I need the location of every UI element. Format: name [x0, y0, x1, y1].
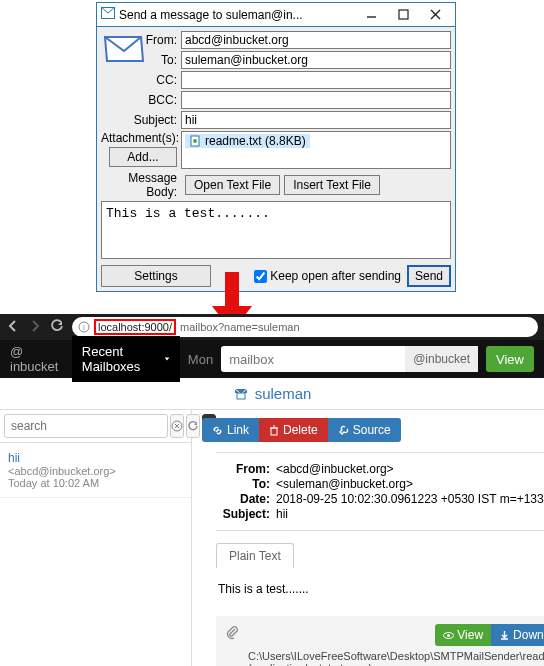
- to-field[interactable]: [181, 51, 451, 69]
- svg-text:i: i: [83, 323, 85, 332]
- url-path: mailbox?name=suleman: [180, 321, 300, 333]
- hdr-date-v: 2018-09-25 10:02:30.0961223 +0530 IST m=…: [276, 492, 544, 506]
- maximize-button[interactable]: [387, 5, 419, 25]
- bcc-label: BCC:: [101, 93, 181, 107]
- msg-time: Today at 10:02 AM: [8, 477, 183, 489]
- envelope-icon: [103, 33, 145, 65]
- att-download-button[interactable]: Download: [491, 624, 544, 646]
- compose-window: Send a message to suleman@in... From: To…: [96, 2, 456, 292]
- keep-open-input[interactable]: [254, 270, 267, 283]
- info-icon: i: [78, 321, 90, 333]
- hdr-to-v: <suleman@inbucket.org>: [276, 477, 544, 491]
- hdr-date-k: Date:: [216, 492, 276, 506]
- url-host: localhost:9000/: [94, 319, 176, 335]
- from-field[interactable]: [181, 31, 451, 49]
- insert-file-button[interactable]: Insert Text File: [284, 175, 380, 195]
- content: Link Delete Source From:<abcd@inbucket.o…: [192, 410, 544, 666]
- settings-button[interactable]: Settings: [101, 265, 211, 287]
- trash2-icon: [269, 425, 279, 436]
- add-button[interactable]: Add...: [109, 147, 177, 167]
- link-icon: [212, 425, 223, 436]
- sidebar: hii <abcd@inbucket.org> Today at 10:02 A…: [0, 410, 192, 666]
- attachment-name: readme.txt (8.8KB): [205, 134, 306, 148]
- mailbox-name: suleman: [255, 385, 312, 402]
- navbar: @ inbucket Recent Mailboxes Mon @inbucke…: [0, 340, 544, 378]
- delete-button[interactable]: Delete: [259, 418, 328, 442]
- hdr-to-k: To:: [216, 477, 276, 491]
- brand[interactable]: @ inbucket: [10, 344, 60, 374]
- forward-icon[interactable]: [28, 319, 42, 336]
- body-text: This is a test.......: [202, 568, 544, 610]
- link-button[interactable]: Link: [202, 418, 259, 442]
- body-textarea[interactable]: This is a test.......: [101, 201, 451, 259]
- paperclip-icon: [224, 624, 240, 643]
- message-item[interactable]: hii <abcd@inbucket.org> Today at 10:02 A…: [0, 443, 191, 498]
- att-path: C:\Users\ILoveFreeSoftware\Desktop\SMTPM…: [248, 650, 544, 666]
- send-button[interactable]: Send: [407, 265, 451, 287]
- titlebar[interactable]: Send a message to suleman@in...: [97, 3, 455, 27]
- bcc-field[interactable]: [181, 91, 451, 109]
- view-button[interactable]: View: [486, 346, 534, 372]
- mailbox-icon: [233, 386, 249, 402]
- subject-field[interactable]: [181, 111, 451, 129]
- tab-plaintext[interactable]: Plain Text: [216, 543, 294, 568]
- headers: From:<abcd@inbucket.org> To:<suleman@inb…: [216, 452, 544, 531]
- svg-rect-1: [399, 10, 408, 19]
- svg-rect-5: [225, 272, 239, 306]
- from-label: From:: [141, 33, 181, 47]
- file-icon: [189, 135, 201, 147]
- mailbox-header: suleman: [0, 378, 544, 410]
- hdr-subj-k: Subject:: [216, 507, 276, 521]
- domain-label: @inbucket: [405, 346, 478, 372]
- svg-point-15: [447, 634, 450, 637]
- attachment-item[interactable]: readme.txt (8.8KB): [185, 134, 310, 148]
- reload-icon[interactable]: [50, 319, 64, 336]
- back-icon[interactable]: [6, 319, 20, 336]
- cc-field[interactable]: [181, 71, 451, 89]
- att-view-button[interactable]: View: [435, 624, 491, 646]
- source-button[interactable]: Source: [328, 418, 401, 442]
- minimize-button[interactable]: [355, 5, 387, 25]
- wrench-icon: [338, 425, 349, 436]
- browser-window: i localhost:9000/mailbox?name=suleman @ …: [0, 314, 544, 666]
- msg-from: <abcd@inbucket.org>: [8, 465, 183, 477]
- search-input[interactable]: [4, 414, 168, 438]
- to-label: To:: [141, 53, 181, 67]
- eye-icon: [443, 630, 454, 641]
- hdr-from-v: <abcd@inbucket.org>: [276, 462, 544, 476]
- mail-icon: [101, 7, 115, 22]
- recent-dropdown[interactable]: Recent Mailboxes: [72, 336, 180, 382]
- nav-link-mon[interactable]: Mon: [188, 352, 213, 367]
- hdr-subj-v: hii: [276, 507, 544, 521]
- clear-icon[interactable]: [170, 414, 184, 438]
- cc-label: CC:: [101, 73, 181, 87]
- download-icon: [499, 630, 510, 641]
- hdr-from-k: From:: [216, 462, 276, 476]
- attachment-panel: View Download C:\Users\ILoveFreeSoftware…: [216, 616, 544, 666]
- caret-down-icon: [164, 355, 170, 363]
- subject-label: Subject:: [101, 113, 181, 127]
- mailbox-input[interactable]: [221, 346, 405, 372]
- body-label: Message Body:: [101, 171, 181, 199]
- svg-rect-13: [271, 428, 277, 435]
- attachment-list[interactable]: readme.txt (8.8KB): [181, 131, 451, 169]
- msg-subject: hii: [8, 451, 183, 465]
- keep-open-checkbox[interactable]: Keep open after sending: [254, 269, 401, 283]
- svg-point-4: [193, 139, 197, 143]
- window-title: Send a message to suleman@in...: [119, 8, 355, 22]
- open-file-button[interactable]: Open Text File: [185, 175, 280, 195]
- attach-label: Attachment(s):: [101, 131, 177, 145]
- url-bar[interactable]: i localhost:9000/mailbox?name=suleman: [72, 317, 538, 337]
- close-button[interactable]: [419, 5, 451, 25]
